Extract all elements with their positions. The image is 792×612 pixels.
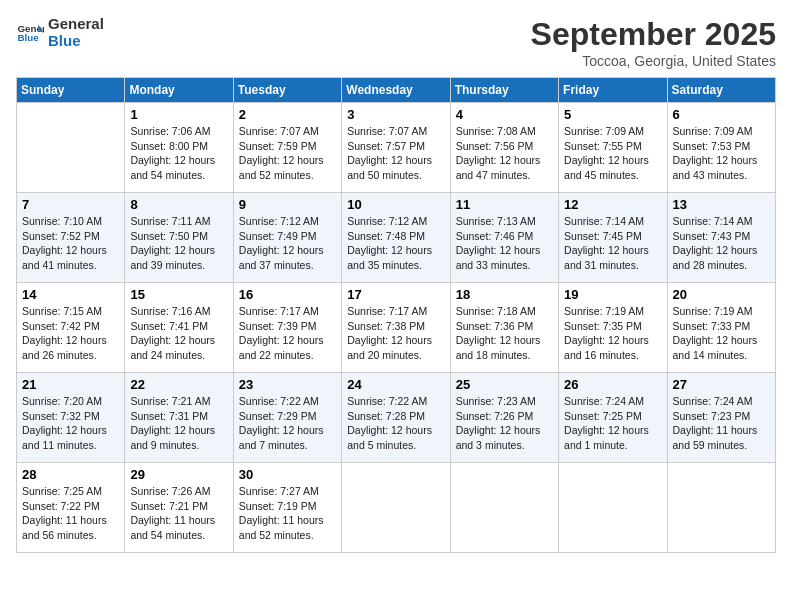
day-number: 4: [456, 107, 553, 122]
calendar-cell: 16Sunrise: 7:17 AM Sunset: 7:39 PM Dayli…: [233, 283, 341, 373]
day-number: 2: [239, 107, 336, 122]
day-info: Sunrise: 7:21 AM Sunset: 7:31 PM Dayligh…: [130, 394, 227, 453]
calendar-cell: 29Sunrise: 7:26 AM Sunset: 7:21 PM Dayli…: [125, 463, 233, 553]
logo-line2: Blue: [48, 33, 104, 50]
header-friday: Friday: [559, 78, 667, 103]
calendar-week-4: 21Sunrise: 7:20 AM Sunset: 7:32 PM Dayli…: [17, 373, 776, 463]
calendar-cell: 14Sunrise: 7:15 AM Sunset: 7:42 PM Dayli…: [17, 283, 125, 373]
month-title: September 2025: [531, 16, 776, 53]
day-number: 14: [22, 287, 119, 302]
day-info: Sunrise: 7:08 AM Sunset: 7:56 PM Dayligh…: [456, 124, 553, 183]
header-tuesday: Tuesday: [233, 78, 341, 103]
day-number: 18: [456, 287, 553, 302]
day-info: Sunrise: 7:16 AM Sunset: 7:41 PM Dayligh…: [130, 304, 227, 363]
day-number: 16: [239, 287, 336, 302]
day-number: 20: [673, 287, 770, 302]
calendar-table: SundayMondayTuesdayWednesdayThursdayFrid…: [16, 77, 776, 553]
day-number: 29: [130, 467, 227, 482]
day-number: 19: [564, 287, 661, 302]
calendar-cell: 3Sunrise: 7:07 AM Sunset: 7:57 PM Daylig…: [342, 103, 450, 193]
day-info: Sunrise: 7:07 AM Sunset: 7:57 PM Dayligh…: [347, 124, 444, 183]
location: Toccoa, Georgia, United States: [531, 53, 776, 69]
calendar-week-3: 14Sunrise: 7:15 AM Sunset: 7:42 PM Dayli…: [17, 283, 776, 373]
calendar-cell: 11Sunrise: 7:13 AM Sunset: 7:46 PM Dayli…: [450, 193, 558, 283]
calendar-cell: 22Sunrise: 7:21 AM Sunset: 7:31 PM Dayli…: [125, 373, 233, 463]
calendar-cell: 9Sunrise: 7:12 AM Sunset: 7:49 PM Daylig…: [233, 193, 341, 283]
day-info: Sunrise: 7:19 AM Sunset: 7:33 PM Dayligh…: [673, 304, 770, 363]
day-info: Sunrise: 7:06 AM Sunset: 8:00 PM Dayligh…: [130, 124, 227, 183]
logo-line1: General: [48, 16, 104, 33]
calendar-cell: 6Sunrise: 7:09 AM Sunset: 7:53 PM Daylig…: [667, 103, 775, 193]
day-number: 23: [239, 377, 336, 392]
day-info: Sunrise: 7:17 AM Sunset: 7:39 PM Dayligh…: [239, 304, 336, 363]
calendar-body: 1Sunrise: 7:06 AM Sunset: 8:00 PM Daylig…: [17, 103, 776, 553]
day-info: Sunrise: 7:14 AM Sunset: 7:43 PM Dayligh…: [673, 214, 770, 273]
calendar-cell: 18Sunrise: 7:18 AM Sunset: 7:36 PM Dayli…: [450, 283, 558, 373]
day-number: 11: [456, 197, 553, 212]
calendar-cell: 5Sunrise: 7:09 AM Sunset: 7:55 PM Daylig…: [559, 103, 667, 193]
calendar-week-1: 1Sunrise: 7:06 AM Sunset: 8:00 PM Daylig…: [17, 103, 776, 193]
calendar-week-5: 28Sunrise: 7:25 AM Sunset: 7:22 PM Dayli…: [17, 463, 776, 553]
day-info: Sunrise: 7:25 AM Sunset: 7:22 PM Dayligh…: [22, 484, 119, 543]
day-info: Sunrise: 7:09 AM Sunset: 7:55 PM Dayligh…: [564, 124, 661, 183]
day-info: Sunrise: 7:27 AM Sunset: 7:19 PM Dayligh…: [239, 484, 336, 543]
calendar-cell: 30Sunrise: 7:27 AM Sunset: 7:19 PM Dayli…: [233, 463, 341, 553]
day-info: Sunrise: 7:10 AM Sunset: 7:52 PM Dayligh…: [22, 214, 119, 273]
calendar-cell: 15Sunrise: 7:16 AM Sunset: 7:41 PM Dayli…: [125, 283, 233, 373]
day-info: Sunrise: 7:24 AM Sunset: 7:25 PM Dayligh…: [564, 394, 661, 453]
calendar-cell: 19Sunrise: 7:19 AM Sunset: 7:35 PM Dayli…: [559, 283, 667, 373]
day-number: 13: [673, 197, 770, 212]
logo-icon: General Blue: [16, 19, 44, 47]
day-number: 30: [239, 467, 336, 482]
day-number: 21: [22, 377, 119, 392]
header-wednesday: Wednesday: [342, 78, 450, 103]
calendar-cell: 4Sunrise: 7:08 AM Sunset: 7:56 PM Daylig…: [450, 103, 558, 193]
day-info: Sunrise: 7:09 AM Sunset: 7:53 PM Dayligh…: [673, 124, 770, 183]
day-info: Sunrise: 7:18 AM Sunset: 7:36 PM Dayligh…: [456, 304, 553, 363]
calendar-cell: [667, 463, 775, 553]
day-number: 1: [130, 107, 227, 122]
day-number: 15: [130, 287, 227, 302]
day-info: Sunrise: 7:12 AM Sunset: 7:48 PM Dayligh…: [347, 214, 444, 273]
day-number: 26: [564, 377, 661, 392]
page-header: General Blue General Blue September 2025…: [16, 16, 776, 69]
calendar-cell: 20Sunrise: 7:19 AM Sunset: 7:33 PM Dayli…: [667, 283, 775, 373]
calendar-cell: 8Sunrise: 7:11 AM Sunset: 7:50 PM Daylig…: [125, 193, 233, 283]
header-thursday: Thursday: [450, 78, 558, 103]
calendar-cell: 1Sunrise: 7:06 AM Sunset: 8:00 PM Daylig…: [125, 103, 233, 193]
day-number: 8: [130, 197, 227, 212]
day-info: Sunrise: 7:12 AM Sunset: 7:49 PM Dayligh…: [239, 214, 336, 273]
day-info: Sunrise: 7:07 AM Sunset: 7:59 PM Dayligh…: [239, 124, 336, 183]
calendar-cell: 23Sunrise: 7:22 AM Sunset: 7:29 PM Dayli…: [233, 373, 341, 463]
day-info: Sunrise: 7:23 AM Sunset: 7:26 PM Dayligh…: [456, 394, 553, 453]
calendar-cell: 28Sunrise: 7:25 AM Sunset: 7:22 PM Dayli…: [17, 463, 125, 553]
calendar-cell: 7Sunrise: 7:10 AM Sunset: 7:52 PM Daylig…: [17, 193, 125, 283]
day-info: Sunrise: 7:15 AM Sunset: 7:42 PM Dayligh…: [22, 304, 119, 363]
calendar-cell: 2Sunrise: 7:07 AM Sunset: 7:59 PM Daylig…: [233, 103, 341, 193]
calendar-cell: [559, 463, 667, 553]
calendar-cell: [17, 103, 125, 193]
header-saturday: Saturday: [667, 78, 775, 103]
day-number: 27: [673, 377, 770, 392]
day-info: Sunrise: 7:24 AM Sunset: 7:23 PM Dayligh…: [673, 394, 770, 453]
svg-text:Blue: Blue: [17, 32, 39, 43]
day-number: 10: [347, 197, 444, 212]
calendar-cell: 21Sunrise: 7:20 AM Sunset: 7:32 PM Dayli…: [17, 373, 125, 463]
day-number: 17: [347, 287, 444, 302]
day-info: Sunrise: 7:19 AM Sunset: 7:35 PM Dayligh…: [564, 304, 661, 363]
day-info: Sunrise: 7:11 AM Sunset: 7:50 PM Dayligh…: [130, 214, 227, 273]
header-monday: Monday: [125, 78, 233, 103]
header-sunday: Sunday: [17, 78, 125, 103]
day-info: Sunrise: 7:17 AM Sunset: 7:38 PM Dayligh…: [347, 304, 444, 363]
day-info: Sunrise: 7:13 AM Sunset: 7:46 PM Dayligh…: [456, 214, 553, 273]
day-number: 28: [22, 467, 119, 482]
day-number: 5: [564, 107, 661, 122]
calendar-cell: 10Sunrise: 7:12 AM Sunset: 7:48 PM Dayli…: [342, 193, 450, 283]
calendar-cell: 13Sunrise: 7:14 AM Sunset: 7:43 PM Dayli…: [667, 193, 775, 283]
calendar-cell: 27Sunrise: 7:24 AM Sunset: 7:23 PM Dayli…: [667, 373, 775, 463]
day-info: Sunrise: 7:22 AM Sunset: 7:29 PM Dayligh…: [239, 394, 336, 453]
day-number: 24: [347, 377, 444, 392]
calendar-cell: [450, 463, 558, 553]
day-info: Sunrise: 7:26 AM Sunset: 7:21 PM Dayligh…: [130, 484, 227, 543]
day-number: 3: [347, 107, 444, 122]
